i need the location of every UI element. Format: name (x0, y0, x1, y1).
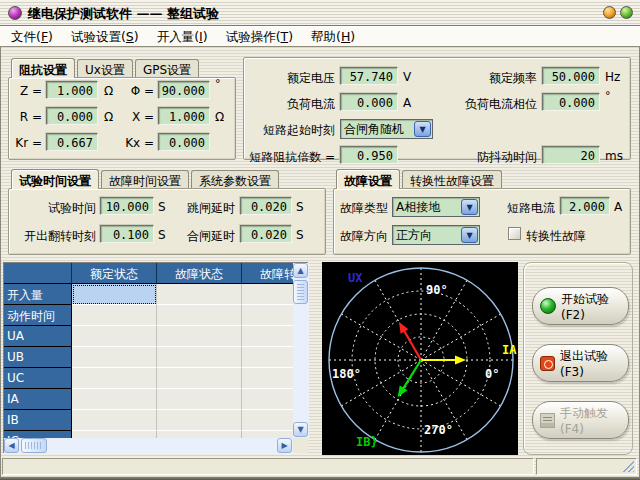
table-cell[interactable] (157, 284, 242, 305)
scroll-up-icon[interactable]: ▲ (293, 263, 308, 278)
trip-delay-input[interactable]: 0.020 (240, 197, 292, 215)
tab-system-params[interactable]: 系统参数设置 (191, 170, 279, 188)
label-90deg: 90° (426, 283, 448, 297)
app-icon (8, 6, 22, 20)
tab-gps-settings[interactable]: GPS设置 (135, 59, 199, 77)
table-cell[interactable] (242, 284, 293, 305)
title-bar: 继电保护测试软件 —— 整组试验 (0, 0, 640, 26)
flip-time-input[interactable]: 0.100 (100, 225, 154, 243)
table-cell[interactable] (157, 368, 242, 389)
table-cell[interactable] (72, 326, 157, 347)
table-cell[interactable] (242, 389, 293, 410)
kx-label: Kx = (112, 136, 154, 150)
table-cell[interactable] (72, 368, 157, 389)
start-test-button[interactable]: 开始试验(F2) (532, 287, 629, 325)
z-input[interactable]: 1.000 (46, 81, 98, 99)
close-delay-unit: S (296, 228, 304, 242)
tab-ux-settings[interactable]: Ux设置 (77, 59, 133, 77)
sc-start-select[interactable]: 合闸角随机 ▼ (340, 119, 433, 139)
menu-binary-input[interactable]: 开入量(I) (150, 27, 215, 47)
table-cell[interactable] (242, 368, 293, 389)
table-cell[interactable] (157, 431, 242, 438)
table-cell[interactable] (242, 347, 293, 368)
test-time-input[interactable]: 10.000 (100, 197, 154, 215)
chevron-down-icon[interactable]: ▼ (461, 227, 478, 243)
table-cell[interactable] (72, 431, 157, 438)
label-0deg: 0° (485, 367, 499, 381)
table-cell[interactable] (242, 326, 293, 347)
phi-input[interactable]: 90.000 (158, 81, 210, 99)
table-cell[interactable] (157, 389, 242, 410)
table-cell[interactable] (72, 347, 157, 368)
status-bar-right (536, 458, 637, 475)
table-cell[interactable] (242, 305, 293, 326)
rated-freq-input[interactable]: 50.000 (542, 67, 600, 85)
tab-test-time[interactable]: 试验时间设置 (11, 169, 99, 189)
sc-current-unit: A (614, 200, 622, 214)
r-input[interactable]: 0.000 (46, 107, 98, 125)
table-row: 开入量 (4, 284, 293, 305)
tab-conversion-fault-settings[interactable]: 转换性故障设置 (402, 170, 502, 188)
fault-type-select[interactable]: A相接地 ▼ (392, 197, 480, 217)
trip-delay-unit: S (296, 200, 304, 214)
chevron-down-icon[interactable]: ▼ (461, 199, 478, 215)
table-cell[interactable] (157, 305, 242, 326)
table-cell[interactable] (157, 410, 242, 431)
table-vscrollbar[interactable]: ▲ ▼ (293, 263, 309, 438)
scroll-down-icon[interactable]: ▼ (293, 422, 308, 437)
load-current-input[interactable]: 0.000 (340, 93, 398, 111)
action-button-panel: 开始试验(F2) 退出试验(F3) 手动触发(F4) (523, 262, 633, 455)
fault-direction-select[interactable]: 正方向 ▼ (392, 225, 480, 245)
close-delay-input[interactable]: 0.020 (240, 225, 292, 243)
load-phase-input[interactable]: 0.000 (542, 93, 600, 111)
selected-cell[interactable] (72, 284, 157, 305)
table-cell[interactable] (72, 389, 157, 410)
row-header: IA (4, 389, 72, 410)
rated-voltage-input[interactable]: 57.740 (340, 67, 398, 85)
chevron-down-icon[interactable]: ▼ (414, 121, 431, 137)
table-corner (4, 263, 72, 284)
kr-input[interactable]: 0.667 (46, 133, 98, 151)
sc-ratio-input[interactable]: 0.950 (340, 146, 398, 164)
tab-impedance-settings[interactable]: 阻抗设置 (11, 58, 75, 78)
tab-fault-time[interactable]: 故障时间设置 (101, 170, 189, 188)
x-input[interactable]: 1.000 (158, 107, 210, 125)
table-cell[interactable] (242, 431, 293, 438)
menu-test-settings[interactable]: 试验设置(S) (64, 27, 146, 47)
table-row: UC (4, 368, 293, 389)
close-button[interactable] (620, 6, 633, 19)
table-hscrollbar[interactable]: ◀ ▶ (4, 438, 293, 454)
row-header: UB (4, 347, 72, 368)
minimize-button[interactable] (603, 6, 616, 19)
table-row: UA (4, 326, 293, 347)
sc-current-label: 短路电流 (505, 200, 555, 217)
kx-input[interactable]: 0.000 (158, 133, 210, 151)
r-unit: Ω (104, 110, 113, 124)
table-header-row: 额定状态 故障状态 故障转换 (4, 263, 293, 284)
table-cell[interactable] (242, 410, 293, 431)
tab-fault-settings[interactable]: 故障设置 (336, 169, 400, 189)
table-cell[interactable] (72, 305, 157, 326)
anti-shake-input[interactable]: 20 (542, 146, 600, 164)
load-phase-label: 负荷电流相位 (443, 96, 537, 113)
conversion-fault-checkbox[interactable] (508, 227, 521, 240)
table-cell[interactable] (157, 347, 242, 368)
manual-trigger-button[interactable]: 手动触发(F4) (532, 401, 629, 439)
label-180deg: 180° (332, 367, 361, 381)
manual-trigger-label: 手动触发(F4) (560, 405, 628, 436)
table-cell[interactable] (72, 410, 157, 431)
scroll-left-icon[interactable]: ◀ (4, 438, 19, 453)
menu-test-operation[interactable]: 试验操作(T) (219, 27, 300, 47)
load-current-unit: A (403, 96, 411, 110)
menu-help[interactable]: 帮助(H) (304, 27, 362, 47)
exit-test-button[interactable]: 退出试验(F3) (532, 344, 629, 382)
table-row: UB (4, 347, 293, 368)
hscroll-thumb[interactable] (21, 438, 47, 453)
trip-delay-label: 跳闸延时 (183, 200, 235, 217)
table-cell[interactable] (157, 326, 242, 347)
sc-current-input[interactable]: 2.000 (560, 197, 610, 215)
vscroll-thumb[interactable] (293, 280, 308, 304)
menu-file[interactable]: 文件(F) (4, 27, 60, 47)
scroll-right-icon[interactable]: ▶ (277, 438, 292, 453)
resize-grip[interactable] (622, 460, 634, 472)
